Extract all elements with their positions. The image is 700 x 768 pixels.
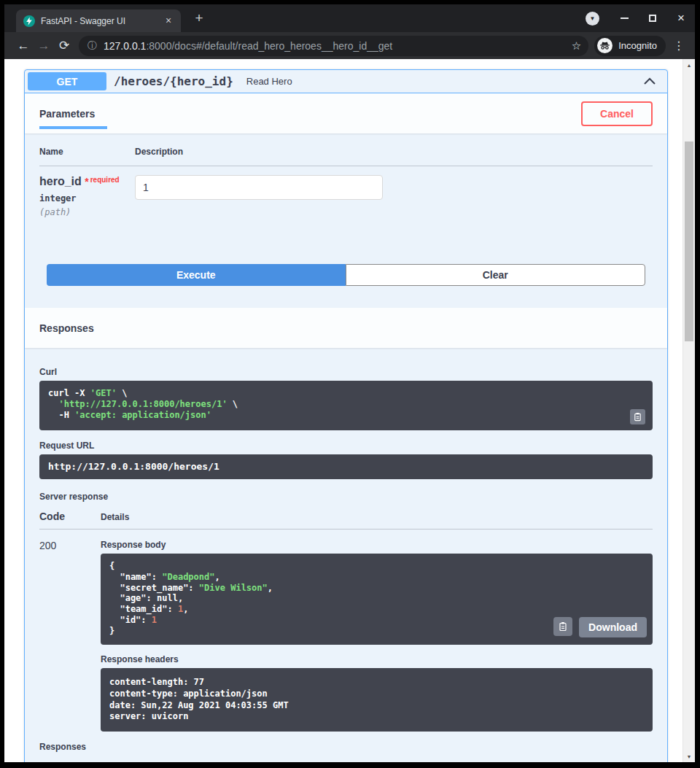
response-headers-block: content-length: 77content-type: applicat… <box>101 668 653 731</box>
required-label: required <box>90 176 120 184</box>
parameters-table: Name Description hero_id *required integ… <box>25 133 667 264</box>
responses-title: Responses <box>39 322 94 334</box>
response-body-block: { "name": "Deadpond", "secret_name": "Di… <box>101 554 653 645</box>
maximize-button[interactable] <box>643 9 662 28</box>
scroll-down-icon[interactable]: ▼ <box>683 750 695 762</box>
execute-wrapper: Execute Clear <box>25 264 667 286</box>
minimize-button[interactable] <box>615 9 634 28</box>
parameter-row: hero_id *required integer (path) <box>39 166 653 217</box>
tab-parameters: Parameters <box>39 93 95 133</box>
endpoint-path: /heroes/{hero_id} <box>114 74 233 88</box>
responses-section-header: Responses <box>25 308 667 348</box>
url-text: 127.0.0.1:8000/docs#/default/read_hero_h… <box>104 40 566 52</box>
server-response-label: Server response <box>39 492 653 502</box>
browser-menu-button[interactable]: ⋮ <box>670 39 688 53</box>
back-button[interactable]: ← <box>13 36 34 56</box>
browser-tab[interactable]: FastAPI - Swagger UI × <box>16 9 181 32</box>
url-bar[interactable]: ⓘ 127.0.0.1:8000/docs#/default/read_hero… <box>79 36 588 56</box>
request-url-label: Request URL <box>39 441 653 451</box>
clipboard-icon <box>633 412 642 422</box>
page-scrollbar[interactable]: ▲ ▼ <box>682 59 695 762</box>
parameters-section-header: Parameters Cancel <box>25 93 667 133</box>
col-header-name: Name <box>39 147 135 157</box>
hero-id-input[interactable] <box>135 175 383 200</box>
tab-search-button[interactable]: ▼ <box>586 12 599 26</box>
minimize-icon <box>621 18 629 19</box>
browser-toolbar: ← → ⟳ ⓘ 127.0.0.1:8000/docs#/default/rea… <box>4 32 695 59</box>
curl-label: Curl <box>39 367 653 377</box>
forward-button[interactable]: → <box>34 36 54 56</box>
new-tab-button[interactable]: + <box>190 9 209 28</box>
page-viewport: GET /heroes/{hero_id} Read Hero Paramete… <box>4 59 695 762</box>
execute-button[interactable]: Execute <box>47 264 346 286</box>
response-headers-label: Response headers <box>101 654 653 664</box>
reload-button[interactable]: ⟳ <box>54 36 74 56</box>
opblock-get-heroes: GET /heroes/{hero_id} Read Hero Paramete… <box>24 69 668 762</box>
close-window-button[interactable]: × <box>672 9 691 28</box>
responses-body: Curl curl -X 'GET' \ 'http://127.0.0.1:8… <box>25 348 667 762</box>
incognito-badge[interactable]: Incognito <box>594 36 666 56</box>
live-col-code: Code <box>39 511 101 522</box>
clipboard-icon <box>558 621 568 632</box>
fastapi-favicon <box>23 15 35 27</box>
status-code: 200 <box>39 540 101 742</box>
scrollbar-thumb[interactable] <box>685 141 693 341</box>
parameters-tab-label: Parameters <box>39 108 95 120</box>
required-star: * <box>85 176 88 187</box>
live-col-details: Details <box>101 512 653 522</box>
incognito-label: Incognito <box>618 40 657 51</box>
param-name: hero_id *required <box>39 175 135 188</box>
maximize-icon <box>649 15 656 22</box>
collapse-chevron-icon[interactable] <box>642 74 657 89</box>
method-badge: GET <box>28 72 106 90</box>
clear-button[interactable]: Clear <box>346 264 646 286</box>
bookmark-star-icon[interactable]: ☆ <box>572 39 581 53</box>
documented-responses-label: Responses <box>39 742 653 752</box>
scroll-up-icon[interactable]: ▲ <box>683 59 695 71</box>
swagger-page: GET /heroes/{hero_id} Read Hero Paramete… <box>4 59 682 762</box>
cancel-button[interactable]: Cancel <box>581 101 653 126</box>
tab-close-icon[interactable]: × <box>162 15 175 28</box>
browser-titlebar: FastAPI - Swagger UI × + ▼ × <box>4 4 695 32</box>
opblock-summary[interactable]: GET /heroes/{hero_id} Read Hero <box>25 70 667 93</box>
param-location: (path) <box>39 207 135 217</box>
endpoint-summary: Read Hero <box>246 76 292 87</box>
incognito-icon <box>597 38 612 53</box>
copy-curl-button[interactable] <box>630 409 645 424</box>
curl-command-block: curl -X 'GET' \ 'http://127.0.0.1:8000/h… <box>39 381 653 430</box>
tab-title: FastAPI - Swagger UI <box>41 16 162 26</box>
param-type: integer <box>39 193 135 203</box>
download-button[interactable]: Download <box>579 617 647 637</box>
browser-window: FastAPI - Swagger UI × + ▼ × ← → ⟳ ⓘ 127… <box>0 0 700 768</box>
col-header-description: Description <box>135 147 653 157</box>
site-info-icon[interactable]: ⓘ <box>88 39 97 53</box>
live-response-row: 200 Response body { "name": "Deadpond", … <box>39 530 653 742</box>
response-body-label: Response body <box>101 540 653 550</box>
copy-response-button[interactable] <box>553 617 572 636</box>
request-url-block: http://127.0.0.1:8000/heroes/1 <box>39 454 653 479</box>
